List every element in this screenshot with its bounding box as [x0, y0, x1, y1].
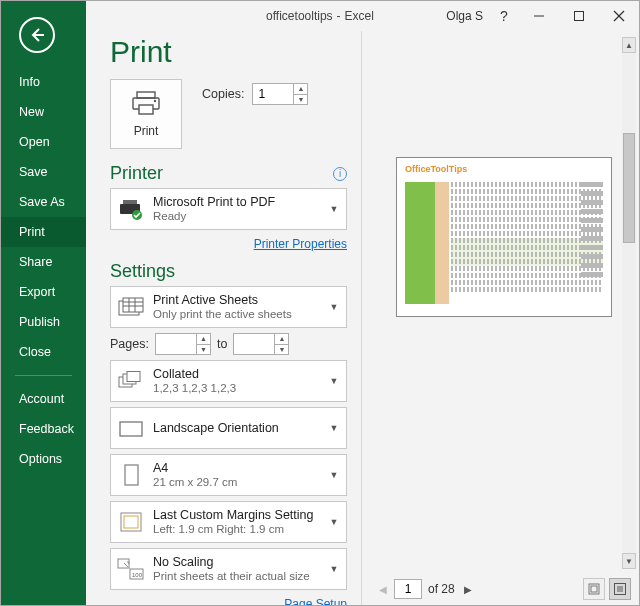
preview-scrollbar[interactable]: ▲ ▼	[622, 37, 636, 569]
backstage-window: officetooltips-Excel Olga S ? Info New O…	[0, 0, 640, 606]
print-panel: Print Print Copies: ▲▼ Printer	[86, 31, 361, 605]
margins-icon	[117, 508, 145, 536]
title-text: officetooltips-Excel	[266, 1, 374, 31]
printer-ready-icon	[117, 195, 145, 223]
pages-to-spinner[interactable]: ▲▼	[233, 333, 289, 355]
margins-dropdown[interactable]: Last Custom Margins SettingLeft: 1.9 cm …	[110, 501, 347, 543]
printer-icon	[131, 90, 161, 120]
sidebar-item-share[interactable]: Share	[1, 247, 86, 277]
copies-input[interactable]	[253, 84, 293, 104]
show-margins-button[interactable]	[583, 578, 605, 600]
chevron-down-icon: ▼	[328, 204, 340, 214]
print-what-dropdown[interactable]: Print Active SheetsOnly print the active…	[110, 286, 347, 328]
copies-spinner[interactable]: ▲▼	[252, 83, 308, 105]
page-title: Print	[110, 35, 347, 69]
chevron-down-icon: ▼	[328, 564, 340, 574]
svg-rect-24	[124, 516, 138, 528]
scaling-icon: 100	[117, 555, 145, 583]
print-button-label: Print	[134, 124, 159, 138]
page-of-label: of 28	[428, 582, 455, 596]
sidebar-item-open[interactable]: Open	[1, 127, 86, 157]
sidebar-item-saveas[interactable]: Save As	[1, 187, 86, 217]
sidebar-item-print[interactable]: Print	[1, 217, 86, 247]
sidebar-item-account[interactable]: Account	[1, 384, 86, 414]
printer-dropdown[interactable]: Microsoft Print to PDFReady ▼	[110, 188, 347, 230]
settings-heading: Settings	[110, 261, 347, 282]
minimize-button[interactable]	[519, 1, 559, 31]
preview-tan-col	[435, 182, 449, 304]
next-page-button[interactable]: ▶	[461, 580, 475, 598]
title-bar: officetooltips-Excel Olga S ?	[1, 1, 639, 31]
pages-to-up[interactable]: ▲	[274, 334, 288, 344]
collate-dropdown[interactable]: Collated1,2,3 1,2,3 1,2,3 ▼	[110, 360, 347, 402]
sidebar-item-feedback[interactable]: Feedback	[1, 414, 86, 444]
user-name[interactable]: Olga S	[446, 9, 483, 23]
chevron-down-icon: ▼	[328, 470, 340, 480]
pages-to-input[interactable]	[234, 334, 274, 354]
scroll-down-button[interactable]: ▼	[622, 553, 636, 569]
preview-green-col	[405, 182, 435, 304]
svg-line-3	[614, 11, 624, 21]
svg-rect-1	[575, 12, 584, 21]
copies-label: Copies:	[202, 87, 244, 101]
svg-text:100: 100	[132, 572, 143, 578]
page-number-input[interactable]	[394, 579, 422, 599]
sidebar-item-new[interactable]: New	[1, 97, 86, 127]
paper-dropdown[interactable]: A421 cm x 29.7 cm ▼	[110, 454, 347, 496]
chevron-down-icon: ▼	[328, 517, 340, 527]
help-button[interactable]: ?	[489, 1, 519, 31]
scroll-thumb[interactable]	[623, 133, 635, 243]
printer-info-icon[interactable]: i	[333, 167, 347, 181]
svg-line-2	[614, 11, 624, 21]
orientation-dropdown[interactable]: Landscape Orientation ▼	[110, 407, 347, 449]
landscape-icon	[117, 414, 145, 442]
sidebar-item-info[interactable]: Info	[1, 67, 86, 97]
copies-down[interactable]: ▼	[293, 94, 307, 105]
scaling-dropdown[interactable]: 100 No ScalingPrint sheets at their actu…	[110, 548, 347, 590]
page-navigator: ◀ of 28 ▶	[376, 579, 475, 599]
chevron-down-icon: ▼	[328, 302, 340, 312]
zoom-to-page-button[interactable]	[609, 578, 631, 600]
printer-heading: Printer i	[110, 163, 347, 184]
print-button[interactable]: Print	[110, 79, 182, 149]
svg-rect-10	[123, 200, 137, 204]
sidebar-item-publish[interactable]: Publish	[1, 307, 86, 337]
pages-to-label: to	[217, 337, 227, 351]
backstage-sidebar: Info New Open Save Save As Print Share E…	[1, 1, 86, 605]
printer-properties-link[interactable]: Printer Properties	[110, 237, 347, 251]
scroll-track[interactable]	[622, 53, 636, 553]
close-button[interactable]	[599, 1, 639, 31]
sidebar-item-export[interactable]: Export	[1, 277, 86, 307]
svg-rect-5	[137, 92, 155, 98]
svg-rect-20	[127, 372, 140, 382]
maximize-button[interactable]	[559, 1, 599, 31]
svg-rect-13	[123, 298, 143, 312]
page-icon	[117, 461, 145, 489]
pages-to-down[interactable]: ▼	[274, 344, 288, 355]
page-setup-link[interactable]: Page Setup	[110, 597, 347, 605]
sidebar-item-save[interactable]: Save	[1, 157, 86, 187]
sidebar-item-options[interactable]: Options	[1, 444, 86, 474]
pages-from-down[interactable]: ▼	[196, 344, 210, 355]
sidebar-divider	[15, 375, 72, 376]
svg-rect-29	[591, 586, 597, 592]
collate-icon	[117, 367, 145, 395]
sheets-icon	[117, 293, 145, 321]
pages-label: Pages:	[110, 337, 149, 351]
preview-right-col	[569, 182, 603, 304]
pages-from-spinner[interactable]: ▲▼	[155, 333, 211, 355]
svg-rect-7	[139, 105, 153, 114]
prev-page-button[interactable]: ◀	[376, 580, 390, 598]
svg-rect-22	[125, 465, 138, 485]
sidebar-item-close[interactable]: Close	[1, 337, 86, 367]
scroll-up-button[interactable]: ▲	[622, 37, 636, 53]
copies-up[interactable]: ▲	[293, 84, 307, 94]
pages-from-input[interactable]	[156, 334, 196, 354]
chevron-down-icon: ▼	[328, 423, 340, 433]
svg-rect-21	[120, 422, 142, 436]
svg-rect-31	[617, 586, 623, 592]
preview-doc-title: OfficeToolTips	[405, 164, 603, 174]
preview-footer: ◀ of 28 ▶	[362, 573, 639, 605]
pages-range: Pages: ▲▼ to ▲▼	[110, 333, 347, 355]
pages-from-up[interactable]: ▲	[196, 334, 210, 344]
